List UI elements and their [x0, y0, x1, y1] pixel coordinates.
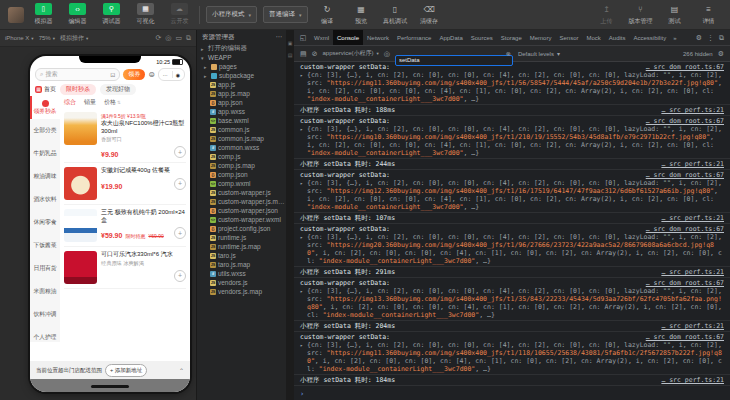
open-editors-section[interactable]: ▸ 打开的编辑器 [197, 44, 287, 53]
zoom-select[interactable]: 75% ▾ [39, 35, 55, 41]
source-link[interactable]: … src_dom_root.ts:67 [646, 63, 724, 71]
sort-option[interactable]: 价格 [104, 98, 121, 107]
service-icon[interactable]: ⊜ [148, 70, 155, 79]
sort-option[interactable]: 综合 [64, 98, 76, 107]
file-row[interactable]: ▸ comp.js [197, 152, 287, 161]
console-sidebar-icon[interactable]: ▤ [300, 50, 307, 58]
inspect-element-icon[interactable]: ◱ [296, 30, 310, 45]
category-item[interactable]: 牛奶乳品 [30, 142, 60, 165]
devtools-tab[interactable]: Sensor [555, 30, 582, 45]
panel-splitter[interactable]: ▣ ▤ [286, 30, 294, 400]
file-row[interactable]: ▸ app.json [197, 98, 287, 107]
file-row[interactable]: ▸ vendors.js [197, 278, 287, 287]
file-row[interactable]: ▸ taro.js.map [197, 260, 287, 269]
product-card[interactable]: 三元 极致有机纯牛奶 200ml×24盒 ¥59.90 限时特惠 ¥69.90 … [64, 205, 186, 247]
add-to-cart-button[interactable]: + [174, 146, 186, 158]
toolbar-action-button[interactable]: ▦ 预览 [348, 3, 375, 26]
source-link[interactable]: … src_perf.ts:21 [661, 160, 724, 168]
source-link[interactable]: … src_dom_root.ts:67 [646, 225, 724, 233]
coupon-button[interactable]: 领券 [123, 69, 145, 80]
simulator-tool-icon[interactable]: ⧉ [186, 34, 191, 42]
panel-toggle-button[interactable]: ☁ 云开发 [166, 3, 193, 26]
exit-icon[interactable]: ◉ [176, 72, 180, 78]
store-tab[interactable]: 限时秒杀 [60, 84, 96, 95]
execution-context-select[interactable]: appservice(小程序) ▾ [323, 49, 379, 58]
toolbar-action-button[interactable]: ↻ 编译 [314, 3, 341, 26]
gear-icon[interactable]: ⚙ [696, 34, 702, 42]
add-to-cart-button[interactable]: + [174, 270, 186, 282]
category-item[interactable]: 饮料冲调 [30, 303, 60, 326]
category-item[interactable]: 粮油调味 [30, 165, 60, 188]
toolbar-action-button[interactable]: ⑂ 版本管理 [627, 3, 654, 26]
product-card[interactable]: 安徽刘记咸菜400g 佐餐菜 ¥19.90 + [64, 163, 186, 205]
product-card[interactable]: 可口可乐汽水330ml*6 汽水 经典原味 冰爽解渴 + [64, 247, 186, 289]
add-to-cart-button[interactable]: + [174, 178, 186, 190]
source-link[interactable]: … src_dom_root.ts:67 [646, 171, 724, 179]
category-item[interactable]: 个人护理 [30, 326, 60, 342]
source-link[interactable]: … src_perf.ts:21 [661, 376, 724, 384]
simulator-tool-icon[interactable]: ◎ [165, 34, 171, 42]
compile-mode-select[interactable]: 普通编译 ▾ [263, 6, 308, 23]
devtools-tab[interactable]: Mock [582, 30, 604, 45]
source-link[interactable]: … src_dom_root.ts:67 [646, 117, 724, 125]
category-item[interactable]: 休闲零食 [30, 211, 60, 234]
file-row[interactable]: ▸ app.js [197, 80, 287, 89]
file-row[interactable]: ▸ common.js [197, 125, 287, 134]
expand-icon[interactable]: ▸ [300, 179, 303, 187]
panel-toggle-button[interactable]: ‹› 编辑器 [64, 3, 91, 26]
file-row[interactable]: ▸ taro.js [197, 251, 287, 260]
category-item[interactable]: 领券秒杀 [30, 96, 60, 119]
file-row[interactable]: ▸ app.js.map [197, 89, 287, 98]
devtools-tab[interactable]: Accessibility [630, 30, 671, 45]
file-row[interactable]: ▸ vendors.js.map [197, 287, 287, 296]
category-item[interactable]: 酒水饮料 [30, 188, 60, 211]
panel-toggle-button[interactable]: ⚲ 调试器 [98, 3, 125, 26]
file-row[interactable]: ▸ comp.js.map [197, 161, 287, 170]
more-actions-icon[interactable]: ⋯ [276, 33, 283, 41]
home-chip[interactable]: ▦ 首页 [35, 85, 56, 94]
clear-console-icon[interactable]: ⊘ [312, 50, 318, 58]
devtools-tab[interactable]: Network [363, 30, 393, 45]
console-filter-input[interactable] [395, 55, 513, 66]
user-avatar[interactable] [8, 7, 24, 23]
editor-icon[interactable]: ▤ [288, 52, 293, 58]
eye-icon[interactable]: ◎ [384, 50, 390, 58]
devtools-tab[interactable]: Sources [467, 30, 497, 45]
panel-toggle-button[interactable]: ▦ 可视化 [132, 3, 159, 26]
toolbar-action-button[interactable]: ↥ 上传 [593, 3, 620, 26]
toolbar-action-button[interactable]: ▯ 真机调试 [382, 3, 409, 26]
store-tab[interactable]: 发现好物 [100, 84, 136, 95]
panel-toggle-button[interactable]: ▯ 模拟器 [30, 3, 57, 26]
toolbar-action-button[interactable]: ⌫ 清缓存 [416, 3, 443, 26]
file-row[interactable]: ▸ custom-wrapper.js [197, 188, 287, 197]
toolbar-action-button[interactable]: ≡ 详情 [695, 3, 722, 26]
file-row[interactable]: ▸ custom-wrapper.json [197, 206, 287, 215]
miniprogram-capsule[interactable]: ⋯ ◉ [158, 68, 185, 81]
file-row[interactable]: ▸ custom-wrapper.js.m… [197, 197, 287, 206]
editor-icon[interactable]: ▣ [288, 40, 293, 46]
expand-icon[interactable]: ▸ [300, 233, 303, 241]
category-item[interactable]: 米面粮油 [30, 280, 60, 303]
product-card[interactable]: 满1件9.5折 ¥13.9/瓶 农夫山泉NFC100%橙汁C3瓶型300ml 香… [64, 108, 186, 163]
file-row[interactable]: ▸ comp.json [197, 170, 287, 179]
devtools-tab[interactable]: Performance [393, 30, 435, 45]
toolbar-action-button[interactable]: ▤ 测试 [661, 3, 688, 26]
more-icon[interactable]: ⋯ [163, 72, 168, 78]
sort-option[interactable]: 销量 [84, 98, 96, 107]
file-row[interactable]: ▸ runtime.js.map [197, 242, 287, 251]
simulate-menu[interactable]: 模拟操作 ▾ [60, 34, 88, 43]
category-item[interactable]: 日用百货 [30, 257, 60, 280]
collapse-icon[interactable]: ⌃ [179, 367, 184, 374]
clear-filter-icon[interactable]: ⊗ [506, 50, 511, 57]
expand-icon[interactable]: ▸ [300, 71, 303, 79]
simulator-tool-icon[interactable]: ⟳ [155, 34, 161, 42]
file-row[interactable]: ▸ common.wxss [197, 143, 287, 152]
log-levels-select[interactable]: Default levels ▾ [518, 50, 560, 57]
category-item[interactable]: 全部分类 [30, 119, 60, 142]
device-select[interactable]: iPhone X ▾ [5, 35, 34, 41]
source-link[interactable]: … src_dom_root.ts:67 [646, 333, 724, 341]
dock-side-icon[interactable]: ⧉ [719, 34, 724, 42]
console-prompt[interactable]: › [294, 388, 730, 400]
category-item[interactable]: 下饭酱菜 [30, 234, 60, 257]
file-row[interactable]: ▸ comp.wxml [197, 179, 287, 188]
